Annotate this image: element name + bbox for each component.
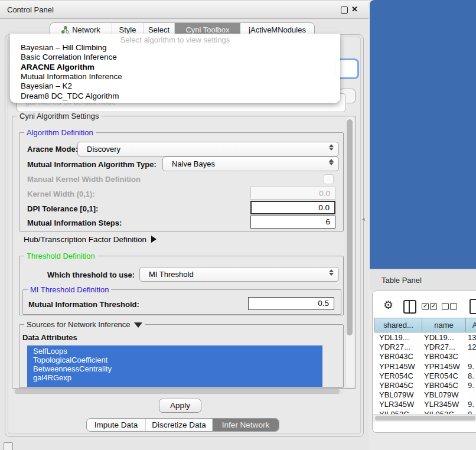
tab-discretize-data[interactable]: Discretize Data: [146, 419, 213, 431]
scrollbar-thumb[interactable]: [347, 119, 353, 335]
select-all-icon[interactable]: ✓: [430, 303, 437, 310]
deselect-all-icon[interactable]: [442, 303, 449, 310]
collapse-down-icon[interactable]: [134, 322, 142, 328]
table-cell: 9.: [468, 400, 474, 409]
column-header-shared-name[interactable]: shared...: [374, 318, 422, 332]
data-attributes-list[interactable]: SelfLoopsTopologicalCoefficientBetweenne…: [27, 345, 322, 387]
control-panel-window: Control Panel ✕ Network Style Select Cyn…: [0, 0, 369, 450]
table-row[interactable]: YDL19...YDL19...13: [374, 332, 476, 342]
table-cell: YPR145W: [424, 362, 460, 371]
table-cell: YBR045C: [424, 381, 458, 390]
settings-horizontal-scrollbar[interactable]: [13, 389, 343, 394]
tab-label: Network: [72, 25, 100, 34]
attribute-item[interactable]: SelfLoops: [33, 347, 67, 356]
table-row[interactable]: YBL079WYBL079W: [374, 390, 476, 399]
table-cell: YDR27...: [379, 343, 410, 351]
gear-icon[interactable]: ⚙: [383, 298, 393, 312]
mi-threshold-label: Mutual Information Threshold:: [28, 300, 139, 309]
group-title: Cyni Algorithm Settings: [17, 112, 101, 120]
group-title: Threshold Definition: [24, 252, 97, 260]
table-cell: 13: [468, 333, 476, 342]
manual-kernel-label: Manual Kernel Width Definition: [27, 175, 141, 184]
control-panel-titlebar: Control Panel ✕: [0, 0, 369, 19]
which-threshold-label: Which threshold to use:: [47, 270, 135, 279]
tab-infer-network[interactable]: Infer Network: [213, 419, 279, 431]
tab-impute-data[interactable]: Impute Data: [87, 419, 146, 431]
table-cell: 8.: [468, 371, 474, 380]
settings-vertical-scrollbar[interactable]: [345, 117, 354, 387]
aracne-mode-combobox[interactable]: Discovery: [77, 142, 339, 156]
algorithm-dropdown-popup: Select algorithm to view settings Bayesi…: [10, 34, 340, 103]
screen: Control Panel ✕ Network Style Select Cyn…: [0, 0, 476, 450]
table-row[interactable]: YLR345WYLR345W9.: [374, 399, 476, 409]
algorithm-option[interactable]: Bayesian – Hill Climbing: [21, 43, 107, 53]
dpi-tolerance-field[interactable]: 0.0: [250, 201, 335, 214]
float-panel-icon[interactable]: [341, 6, 348, 14]
table-cell: YBL079W: [379, 390, 414, 399]
column-header-partial[interactable]: A: [465, 318, 476, 332]
table-header-row: shared... name A: [374, 318, 476, 332]
dock-panel-icon[interactable]: [4, 442, 13, 450]
table-cell: YBR043C: [379, 352, 413, 361]
table-cell: YER054C: [379, 371, 413, 380]
mi-steps-field[interactable]: 6: [250, 216, 335, 229]
table-cell: YBR045C: [379, 381, 413, 390]
stepper-arrows-icon: [329, 159, 334, 165]
scrollbar-thumb[interactable]: [15, 389, 340, 394]
stepper-arrows-icon: [329, 269, 334, 276]
splitter-collapse-icon[interactable]: ◂: [362, 216, 365, 222]
table-row[interactable]: YBR043CYBR043C: [374, 351, 476, 361]
table-row[interactable]: YER054CYER054C8.: [374, 371, 476, 380]
table-horizontal-scrollbar[interactable]: [373, 414, 476, 422]
table-row[interactable]: YBR045CYBR045C9.: [374, 380, 476, 390]
scrollbar-thumb[interactable]: [375, 416, 475, 420]
table-cell: YDL19...: [379, 333, 409, 342]
attribute-item[interactable]: TopologicalCoefficient: [33, 356, 107, 364]
table-panel-titlebar: Table Panel: [370, 269, 476, 290]
panel-title: Control Panel: [7, 5, 54, 14]
attribute-item[interactable]: BetweennessCentrality: [33, 364, 112, 373]
table-options-icon[interactable]: [470, 299, 476, 314]
algorithm-option[interactable]: Dream8 DC_TDC Algorithm: [21, 92, 119, 101]
stepper-arrows-icon: [329, 144, 334, 151]
mi-type-label: Mutual Information Algorithm Type:: [27, 160, 157, 169]
table-cell: YDL19...: [424, 333, 454, 342]
table-cell: YER054C: [424, 371, 458, 380]
table-cell: YDR27...: [424, 343, 455, 351]
group-title: Algorithm Definition: [24, 128, 96, 137]
manual-kernel-checkbox[interactable]: [324, 174, 334, 184]
expand-right-icon: [151, 236, 157, 243]
dpi-tolerance-label: DPI Tolerance [0,1]:: [27, 204, 98, 213]
deselect-all-icon[interactable]: [450, 303, 457, 310]
table-cell: YBR043C: [424, 352, 458, 361]
mi-type-combobox[interactable]: Naive Bayes: [162, 156, 339, 171]
algorithm-option[interactable]: ARACNE Algorithm: [21, 63, 94, 72]
table-panel: ⚙ ✓ ✓ shared... name A YDL19...YDL19...1…: [372, 291, 476, 433]
hub-section-toggle[interactable]: Hub/Transcription Factor Definition: [24, 235, 157, 244]
apply-button[interactable]: Apply: [159, 399, 201, 413]
column-header-name[interactable]: name: [422, 318, 465, 332]
network-icon: [61, 26, 69, 34]
table-row[interactable]: YPR145WYPR145W9.: [374, 361, 476, 371]
table-panel-title: Table Panel: [382, 276, 422, 285]
group-title: Sources for Network Inference: [24, 320, 145, 329]
attribute-item[interactable]: gal4RGexp: [33, 373, 71, 382]
table-cell: YPR145W: [379, 362, 415, 371]
which-threshold-combobox[interactable]: MI Threshold: [139, 267, 339, 282]
table-cell: 12: [468, 343, 476, 351]
group-title: MI Threshold Definition: [28, 285, 111, 294]
data-attributes-label: Data Attributes: [22, 333, 77, 342]
table-row[interactable]: YDR27...YDR27...12: [374, 342, 476, 351]
bottom-tabbar: Impute Data Discretize Data Infer Networ…: [86, 418, 279, 432]
kernel-width-field[interactable]: 0.0: [250, 187, 335, 200]
select-all-icon[interactable]: ✓: [422, 303, 429, 310]
table-cell: YBL079W: [424, 390, 459, 399]
algorithm-option[interactable]: Mutual Information Inference: [21, 72, 122, 81]
table-cell: YLR345W: [424, 400, 459, 409]
close-icon[interactable]: ✕: [351, 5, 358, 14]
mi-threshold-field[interactable]: 0.5: [248, 297, 334, 310]
network-view-frame: GALGAL80GAL10GAL1GAL11GAL4SWI4GCY1HAP4YH…: [370, 0, 476, 269]
column-layout-icon[interactable]: [403, 300, 416, 314]
algorithm-option[interactable]: Bayesian – K2: [21, 81, 72, 91]
algorithm-option[interactable]: Basic Correlation Inference: [21, 53, 117, 62]
